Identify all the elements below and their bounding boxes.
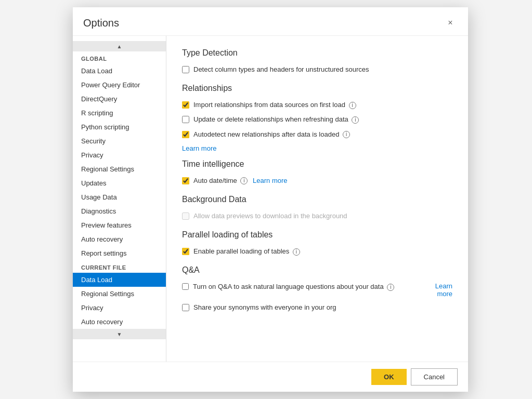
scroll-down-arrow[interactable]: ▼: [73, 329, 166, 339]
share-synonyms-checkbox[interactable]: [182, 304, 189, 311]
sidebar-item-directquery[interactable]: DirectQuery: [73, 92, 166, 106]
ok-button[interactable]: OK: [371, 369, 407, 385]
relationships-learn-more-link[interactable]: Learn more: [182, 144, 216, 152]
cancel-button[interactable]: Cancel: [411, 368, 458, 385]
allow-previews-row: Allow data previews to download in the b…: [182, 211, 452, 221]
dialog-body: ▲ GLOBAL Data Load Power Query Editor Di…: [73, 36, 468, 362]
autodetect-relationships-row: Autodetect new relationships after data …: [182, 130, 452, 139]
import-relationships-checkbox[interactable]: [182, 101, 189, 109]
auto-datetime-info-icon[interactable]: i: [240, 177, 248, 184]
update-delete-relationships-checkbox[interactable]: [182, 116, 189, 123]
enable-parallel-info-icon[interactable]: i: [293, 248, 300, 256]
autodetect-relationships-label: Autodetect new relationships after data …: [193, 130, 350, 139]
dialog-header: Options ×: [73, 7, 468, 36]
options-dialog: Options × ▲ GLOBAL Data Load Power Query…: [73, 7, 468, 392]
sidebar-item-report-settings[interactable]: Report settings: [73, 246, 166, 260]
time-intelligence-title: Time intelligence: [182, 159, 452, 169]
share-synonyms-row: Share your synonyms with everyone in you…: [182, 303, 452, 312]
qna-text-block: Turn on Q&A to ask natural language ques…: [193, 282, 412, 291]
sidebar-item-security[interactable]: Security: [73, 134, 166, 148]
current-file-section-header: CURRENT FILE: [73, 260, 166, 273]
autodetect-relationships-info-icon[interactable]: i: [343, 131, 350, 138]
time-intelligence-learn-more-link[interactable]: Learn more: [253, 177, 287, 184]
update-delete-relationships-label: Update or delete relationships when refr…: [193, 115, 359, 124]
sidebar-item-auto-recovery-global[interactable]: Auto recovery: [73, 232, 166, 246]
allow-previews-checkbox[interactable]: [182, 212, 189, 220]
relationships-title: Relationships: [182, 84, 452, 93]
type-detection-row: Detect column types and headers for unst…: [182, 65, 452, 74]
enable-parallel-label: Enable parallel loading of tables i: [193, 247, 300, 256]
allow-previews-label: Allow data previews to download in the b…: [193, 211, 347, 221]
qna-option-row: Turn on Q&A to ask natural language ques…: [182, 282, 452, 298]
sidebar-item-data-load-current[interactable]: Data Load: [73, 273, 166, 287]
sidebar-item-auto-recovery-current[interactable]: Auto recovery: [73, 315, 166, 329]
auto-datetime-checkbox[interactable]: [182, 177, 189, 184]
import-relationships-label: Import relationships from data sources o…: [193, 100, 356, 110]
sidebar-item-preview-features[interactable]: Preview features: [73, 218, 166, 232]
enable-parallel-row: Enable parallel loading of tables i: [182, 247, 452, 256]
import-relationships-row: Import relationships from data sources o…: [182, 100, 452, 110]
type-detection-checkbox[interactable]: [182, 66, 189, 73]
sidebar-item-regional-settings-current[interactable]: Regional Settings: [73, 287, 166, 301]
close-button[interactable]: ×: [443, 16, 458, 30]
type-detection-title: Type Detection: [182, 48, 452, 58]
qna-title: Q&A: [182, 265, 452, 275]
autodetect-relationships-checkbox[interactable]: [182, 131, 189, 138]
type-detection-label: Detect column types and headers for unst…: [193, 65, 369, 74]
sidebar-item-privacy[interactable]: Privacy: [73, 148, 166, 162]
qna-info-icon[interactable]: i: [387, 284, 394, 291]
qna-learn-more-link[interactable]: Learnmore: [435, 282, 452, 298]
global-section-header: GLOBAL: [73, 51, 166, 64]
sidebar-item-diagnostics[interactable]: Diagnostics: [73, 204, 166, 218]
qna-learn-more-block: Learnmore: [416, 282, 452, 298]
sidebar-item-regional-settings[interactable]: Regional Settings: [73, 162, 166, 176]
qna-checkbox[interactable]: [182, 283, 189, 290]
sidebar-item-data-load[interactable]: Data Load: [73, 64, 166, 78]
sidebar-item-python-scripting[interactable]: Python scripting: [73, 120, 166, 134]
update-delete-relationships-row: Update or delete relationships when refr…: [182, 115, 452, 124]
import-relationships-info-icon[interactable]: i: [349, 102, 356, 109]
qna-label: Turn on Q&A to ask natural language ques…: [193, 283, 394, 290]
sidebar-item-r-scripting[interactable]: R scripting: [73, 106, 166, 120]
dialog-title: Options: [83, 17, 119, 29]
sidebar-item-privacy-current[interactable]: Privacy: [73, 301, 166, 315]
dialog-footer: OK Cancel: [73, 362, 468, 392]
share-synonyms-label: Share your synonyms with everyone in you…: [193, 303, 336, 312]
background-data-title: Background Data: [182, 195, 452, 204]
sidebar-item-updates[interactable]: Updates: [73, 176, 166, 190]
auto-datetime-label: Auto date/time i Learn more: [193, 176, 288, 185]
sidebar-item-power-query-editor[interactable]: Power Query Editor: [73, 78, 166, 92]
scroll-up-arrow[interactable]: ▲: [73, 41, 166, 51]
enable-parallel-checkbox[interactable]: [182, 248, 189, 255]
update-delete-relationships-info-icon[interactable]: i: [352, 116, 359, 124]
parallel-loading-title: Parallel loading of tables: [182, 230, 452, 240]
sidebar-item-usage-data[interactable]: Usage Data: [73, 190, 166, 204]
auto-datetime-row: Auto date/time i Learn more: [182, 176, 452, 185]
content-area: Type Detection Detect column types and h…: [166, 36, 468, 362]
sidebar: ▲ GLOBAL Data Load Power Query Editor Di…: [73, 36, 166, 362]
